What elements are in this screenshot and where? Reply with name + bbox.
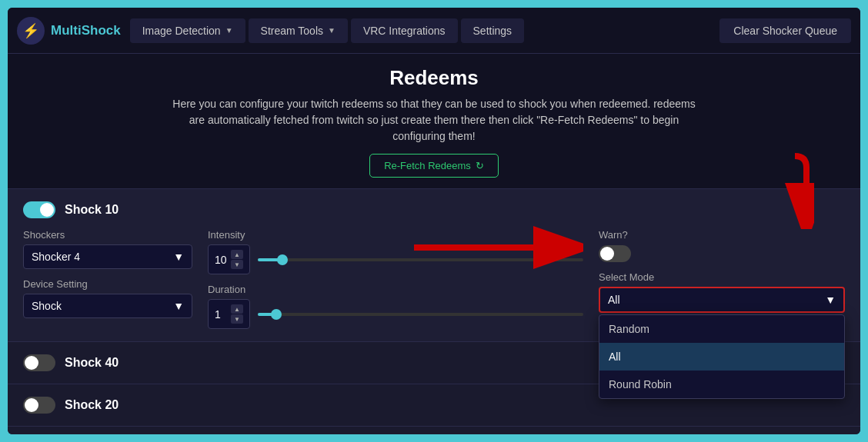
select-mode-label: Select Mode (599, 271, 845, 283)
logo-text: MultiShock (51, 23, 121, 38)
duration-group: Duration 1 ▲ ▼ (208, 284, 583, 329)
toggle-shock40[interactable] (23, 354, 55, 371)
warn-toggle[interactable] (599, 245, 631, 262)
intensity-slider-container (258, 258, 583, 261)
intensity-slider-thumb (277, 254, 288, 265)
stream-tools-chevron: ▼ (328, 26, 336, 35)
toggle-shock10[interactable] (23, 201, 55, 218)
page-title: Redeems (23, 66, 845, 90)
navbar: ⚡ MultiShock Image Detection ▼ Stream To… (8, 8, 860, 54)
vrc-integrations-label: VRC Integrations (363, 25, 446, 37)
redeem-item-shock10: Shock 10 Shockers Shocker 4 ▼ (8, 189, 860, 342)
refetch-label: Re-Fetch Redeems (384, 160, 471, 171)
select-mode-dropdown: Random All Round Robin (599, 314, 845, 399)
settings-btn[interactable]: Settings (461, 18, 525, 43)
intensity-group: Intensity 10 ▲ ▼ (208, 229, 583, 274)
image-detection-label: Image Detection (142, 25, 221, 37)
shockers-select[interactable]: Shocker 4 ▼ (23, 244, 192, 269)
intensity-down-btn[interactable]: ▼ (231, 260, 243, 269)
device-setting-group: Device Setting Shock ▼ (23, 278, 192, 318)
dropdown-item-all[interactable]: All (599, 343, 844, 371)
redeem-title-shock10: Shock 10 (65, 203, 119, 217)
redeem-header-shock20: Shock 20 (23, 397, 845, 414)
header-section: Redeems Here you can configure your twit… (8, 54, 860, 189)
refresh-icon: ↻ (476, 160, 484, 171)
duration-slider-container (258, 313, 583, 316)
select-mode-group: Select Mode All ▼ Random All Round Robin (599, 271, 845, 313)
redeem-section: Shock 10 Shockers Shocker 4 ▼ (8, 189, 860, 427)
intensity-slider-track[interactable] (258, 258, 583, 261)
image-detection-chevron: ▼ (225, 26, 233, 35)
vrc-integrations-btn[interactable]: VRC Integrations (351, 18, 458, 43)
duration-value: 1 (215, 308, 221, 321)
device-setting-select[interactable]: Shock ▼ (23, 294, 192, 318)
redeem-title-shock40: Shock 40 (65, 356, 119, 370)
clear-shocker-queue-label: Clear Shocker Queue (733, 25, 837, 37)
select-mode-value: All (608, 294, 620, 306)
duration-down-btn[interactable]: ▼ (231, 314, 243, 324)
settings-label: Settings (473, 25, 512, 37)
redeem-title-shock20: Shock 20 (65, 398, 119, 412)
redeem-header-shock10: Shock 10 (23, 201, 845, 218)
shockers-label: Shockers (23, 229, 192, 241)
duration-stepper: ▲ ▼ (231, 304, 243, 324)
stream-tools-label: Stream Tools (261, 25, 323, 37)
intensity-number-box: 10 ▲ ▼ (208, 244, 250, 274)
duration-slider-track[interactable] (258, 313, 583, 316)
app-window: ⚡ MultiShock Image Detection ▼ Stream To… (8, 8, 860, 434)
intensity-label: Intensity (208, 229, 583, 241)
intensity-value: 10 (215, 254, 227, 266)
intensity-up-btn[interactable]: ▲ (231, 250, 243, 259)
refetch-redeems-btn[interactable]: Re-Fetch Redeems ↻ (369, 154, 499, 178)
warn-label: Warn? (599, 229, 845, 241)
main-content: Redeems Here you can configure your twit… (8, 54, 860, 434)
dropdown-item-round-robin[interactable]: Round Robin (599, 371, 844, 398)
stream-tools-btn[interactable]: Stream Tools ▼ (249, 18, 348, 43)
shock10-controls: Shockers Shocker 4 ▼ Device Setting Shoc… (23, 229, 845, 329)
clear-shocker-queue-btn[interactable]: Clear Shocker Queue (719, 18, 851, 43)
shock10-right: Warn? Select Mode All ▼ Random (599, 229, 845, 329)
device-setting-chevron: ▼ (173, 300, 184, 312)
duration-number-box: 1 ▲ ▼ (208, 299, 250, 329)
duration-label: Duration (208, 284, 583, 295)
device-setting-value: Shock (32, 300, 62, 312)
duration-row: 1 ▲ ▼ (208, 299, 583, 329)
shockers-chevron: ▼ (173, 251, 184, 263)
page-description: Here you can configure your twitch redee… (165, 96, 703, 145)
toggle-shock20[interactable] (23, 397, 55, 414)
select-mode-box[interactable]: All ▼ (599, 287, 845, 313)
select-mode-chevron: ▼ (825, 294, 836, 306)
duration-slider-thumb (271, 309, 282, 320)
shock10-middle: Intensity 10 ▲ ▼ (208, 229, 583, 329)
intensity-stepper: ▲ ▼ (231, 250, 243, 269)
warn-group: Warn? (599, 229, 845, 262)
intensity-row: 10 ▲ ▼ (208, 244, 583, 274)
duration-up-btn[interactable]: ▲ (231, 304, 243, 314)
dropdown-item-random[interactable]: Random (599, 315, 844, 343)
shockers-value: Shocker 4 (32, 251, 80, 263)
device-setting-label: Device Setting (23, 278, 192, 290)
shock10-left: Shockers Shocker 4 ▼ Device Setting Shoc… (23, 229, 192, 329)
image-detection-btn[interactable]: Image Detection ▼ (130, 18, 245, 43)
shockers-group: Shockers Shocker 4 ▼ (23, 229, 192, 269)
logo-icon: ⚡ (17, 17, 45, 45)
logo-area: ⚡ MultiShock (17, 17, 121, 45)
